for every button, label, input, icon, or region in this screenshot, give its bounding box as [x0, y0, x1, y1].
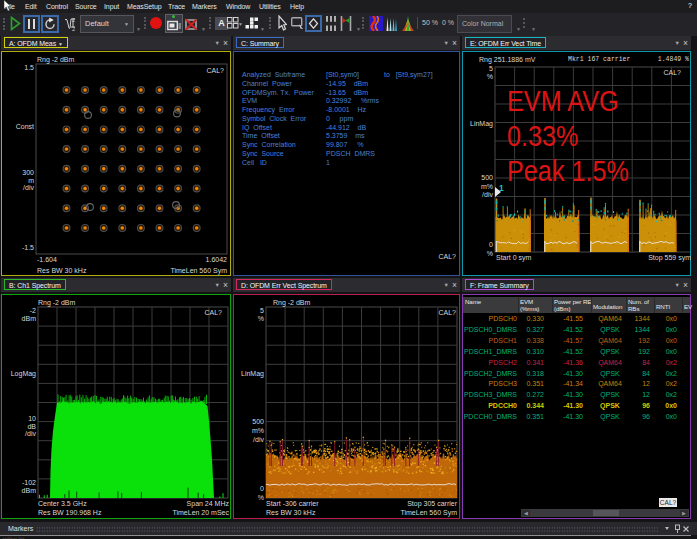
svg-text:1: 1: [499, 183, 504, 193]
svg-text:2: 2: [72, 26, 75, 32]
svg-text:2: 2: [72, 17, 75, 23]
